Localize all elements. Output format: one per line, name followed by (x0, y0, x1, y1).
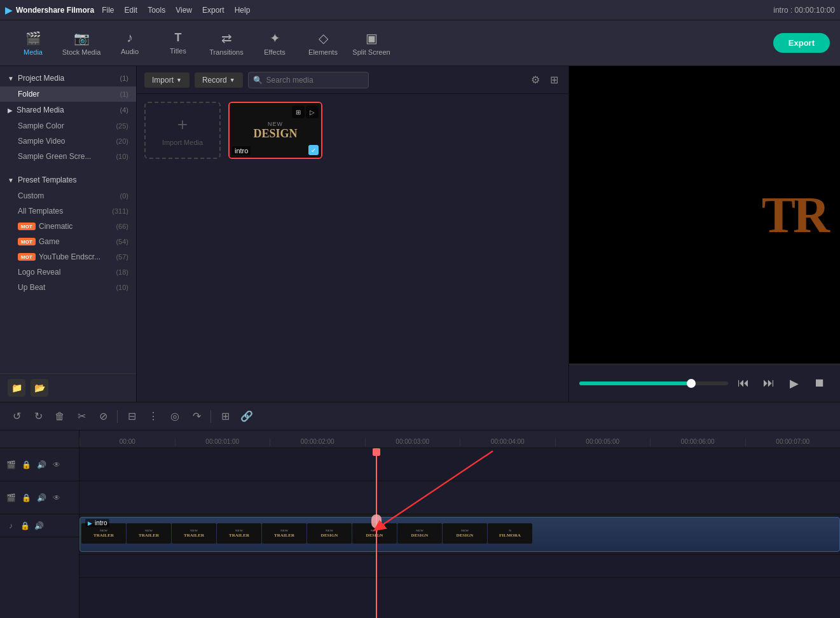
thumb-play-btn[interactable]: ▷ (306, 106, 319, 118)
track1-speaker-icon[interactable]: 🔊 (36, 459, 47, 470)
clip-thumb-5: NEWDESIGN (307, 523, 352, 544)
sidebar-game[interactable]: MOT Game (54) (0, 234, 136, 249)
track2-lock-icon[interactable]: 🔒 (20, 492, 32, 504)
transitions-icon: ⇄ (221, 31, 232, 46)
track1-lock-icon[interactable]: 🔒 (20, 459, 32, 470)
track2-speaker-icon[interactable]: 🔊 (36, 492, 47, 504)
toolbar-transitions[interactable]: ⇄ Transitions (203, 24, 249, 62)
sidebar-cinematic[interactable]: MOT Cinematic (66) (0, 219, 136, 234)
timeline-ruler: 00:00 00:00:01:00 00:00:02:00 00:00:03:0… (79, 430, 840, 448)
track-ruler-spacer (0, 430, 79, 448)
sidebar-project-media[interactable]: ▼ Project Media (1) (0, 70, 136, 86)
track1-video-icon[interactable]: 🎬 (5, 459, 17, 470)
audio-track-icon[interactable]: ♪ (5, 520, 17, 532)
sidebar-sample-color[interactable]: Sample Color (25) (0, 118, 136, 134)
search-input[interactable] (248, 72, 369, 88)
sidebar-up-beat[interactable]: Up Beat (10) (0, 280, 136, 295)
sidebar-sample-green[interactable]: Sample Green Scre... (10) (0, 149, 136, 164)
toolbar-transitions-label: Transitions (209, 48, 243, 56)
up-beat-count: (10) (116, 284, 128, 291)
media-icon: 🎬 (25, 31, 41, 46)
rewind-button[interactable]: ⏮ (733, 373, 754, 394)
record-button[interactable]: Record ▼ (195, 72, 243, 88)
media-thumb-intro[interactable]: NEW DESIGN ⊞ ▷ intro ✓ (228, 102, 322, 159)
new-folder-button[interactable]: 📁 (8, 379, 25, 397)
thumb-check: ✓ (308, 145, 319, 155)
audio-speaker-icon[interactable]: 🔊 (33, 520, 45, 532)
stop-button[interactable]: ⏹ (809, 373, 830, 394)
sidebar-shared-media[interactable]: ▶ Shared Media (4) (0, 102, 136, 118)
toolbar-divider (117, 410, 118, 423)
menu-file[interactable]: File (102, 6, 114, 15)
thumb-overlay-btns: ⊞ ▷ (292, 106, 319, 118)
sidebar-youtube[interactable]: MOT YouTube Endscr... (57) (0, 249, 136, 264)
track-content-area: ▶ intro NEWTRAILER NEWTRAILER NEWTRAILER… (79, 448, 840, 618)
speed-button[interactable]: ↷ (188, 408, 205, 425)
preview-progress-bar[interactable] (579, 381, 728, 385)
track-band-2 (79, 481, 840, 514)
add-to-timeline-button[interactable]: ⊞ (216, 408, 234, 425)
sample-video-label: Sample Video (18, 137, 65, 146)
redo-button[interactable]: ↻ (29, 408, 47, 425)
grid-view-button[interactable]: ⊞ (547, 71, 561, 88)
menu-help[interactable]: Help (235, 6, 251, 15)
motion-button[interactable]: ◎ (166, 408, 184, 425)
track-band-1 (79, 448, 840, 481)
menu-view[interactable]: View (176, 6, 192, 15)
project-media-count: (1) (120, 74, 128, 82)
preview-controls: ⏮ ⏭ ▶ ⏹ (569, 364, 840, 402)
toolbar-audio[interactable]: ♪ Audio (107, 24, 153, 62)
menu-tools[interactable]: Tools (148, 6, 165, 15)
toolbar-media[interactable]: 🎬 Media (10, 24, 56, 62)
ruler-mark-6: 00:00:06:00 (650, 438, 745, 446)
up-beat-label: Up Beat (18, 283, 45, 292)
track2-eye-icon[interactable]: 👁 (51, 492, 62, 504)
split-clip-button[interactable]: ⋮ (144, 408, 162, 425)
progress-thumb[interactable] (687, 379, 696, 388)
media-toolbar: Import ▼ Record ▼ 🔍 ⚙ ⊞ (137, 66, 568, 94)
export-button[interactable]: Export (773, 33, 830, 53)
import-media-placeholder[interactable]: + Import Media (144, 102, 221, 159)
sidebar-sample-video[interactable]: Sample Video (20) (0, 134, 136, 149)
play-button[interactable]: ▶ (784, 373, 804, 394)
delete-button[interactable]: 🗑 (51, 408, 69, 425)
new-smartbin-button[interactable]: 📂 (31, 379, 48, 397)
video-clip-intro[interactable]: ▶ intro NEWTRAILER NEWTRAILER NEWTRAILER… (79, 517, 840, 552)
plus-icon: + (177, 114, 188, 135)
thumb-expand-btn[interactable]: ⊞ (292, 106, 305, 118)
toolbar-titles[interactable]: T Titles (155, 24, 201, 62)
remove-bg-button[interactable]: ⊘ (94, 408, 112, 425)
toolbar-stock-media[interactable]: 📷 Stock Media (59, 24, 104, 62)
toolbar-split-label: Split Screen (352, 48, 390, 56)
sidebar-custom[interactable]: Custom (0) (0, 188, 136, 203)
main-area: ▼ Project Media (1) Folder (1) ▶ Shared … (0, 66, 840, 402)
project-media-section: ▼ Project Media (1) Folder (1) ▶ Shared … (0, 66, 136, 168)
menu-export[interactable]: Export (202, 6, 224, 15)
undo-button[interactable]: ↺ (8, 408, 25, 425)
step-back-button[interactable]: ⏭ (759, 373, 779, 394)
import-dropdown-icon: ▼ (176, 77, 182, 83)
sidebar-logo-reveal[interactable]: Logo Reveal (18) (0, 264, 136, 280)
menu-bar[interactable]: File Edit Tools View Export Help (102, 6, 250, 15)
link-button[interactable]: 🔗 (238, 408, 256, 425)
sidebar-folder[interactable]: Folder (1) (0, 86, 136, 102)
custom-count: (0) (120, 192, 128, 200)
preview-screen: TR (569, 66, 840, 364)
filter-button[interactable]: ⚙ (528, 71, 542, 88)
adjust-button[interactable]: ⊟ (123, 408, 141, 425)
mot-badge-cinematic: MOT (18, 223, 36, 230)
toolbar-elements[interactable]: ◇ Elements (300, 24, 346, 62)
import-button[interactable]: Import ▼ (144, 72, 189, 88)
clip-thumb-3: NEWTRAILER (217, 523, 261, 544)
toolbar-split-screen[interactable]: ▣ Split Screen (348, 24, 394, 62)
track2-video-icon[interactable]: 🎬 (5, 492, 17, 504)
ruler-mark-0: 00:00 (79, 438, 175, 446)
audio-lock-icon[interactable]: 🔒 (19, 520, 31, 532)
cut-button[interactable]: ✂ (72, 408, 90, 425)
app-icon: ▶ (5, 5, 12, 15)
toolbar-effects[interactable]: ✦ Effects (252, 24, 298, 62)
sidebar-all-templates[interactable]: All Templates (311) (0, 203, 136, 219)
menu-edit[interactable]: Edit (124, 6, 137, 15)
sidebar-preset-templates[interactable]: ▼ Preset Templates (0, 172, 136, 188)
track1-eye-icon[interactable]: 👁 (51, 459, 62, 470)
